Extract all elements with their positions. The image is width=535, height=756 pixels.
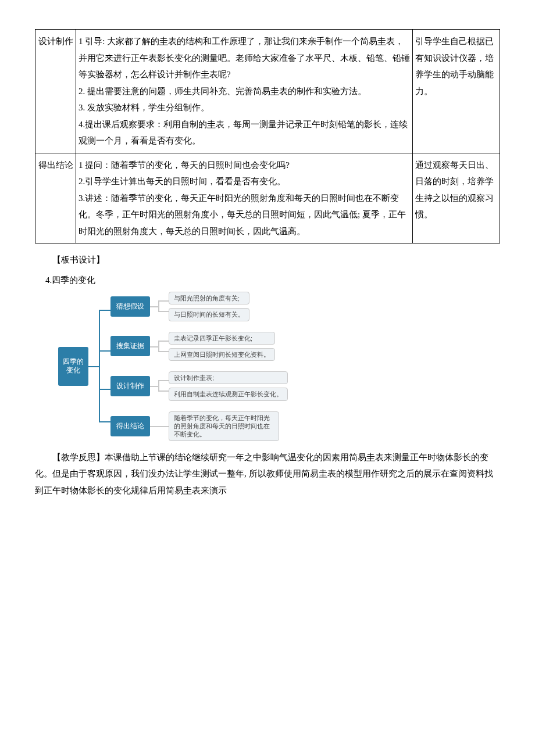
branch-label: 设计制作 xyxy=(110,376,150,396)
lesson-plan-table: 设计制作 1 引导: 大家都了解的圭表的结构和工作原理了，那让我们来亲手制作一个… xyxy=(35,29,500,243)
leaf-item: 与日照时间的长短有关。 xyxy=(169,308,249,321)
branch-hypothesis: 猜想假设 与阳光照射的角度有关; 与日照时间的长短有关。 xyxy=(110,292,288,321)
branch-label: 猜想假设 xyxy=(110,296,150,317)
diagram-root: 四季的变化 xyxy=(58,347,88,386)
leaf-item: 与阳光照射的角度有关; xyxy=(169,292,249,304)
lesson-title: 4.四季的变化 xyxy=(45,272,500,289)
diagram-connector xyxy=(88,299,110,433)
branch-label: 搜集证据 xyxy=(110,336,150,356)
row-label-conclusion: 得出结论 xyxy=(35,153,76,243)
branch-conclusion: 得出结论 随着季节的变化，每天正午时阳光的照射角度和每天的日照时间也在不断变化。 xyxy=(110,411,288,441)
row-body-design: 1 引导: 大家都了解的圭表的结构和工作原理了，那让我们来亲手制作一个简易圭表，… xyxy=(76,30,413,153)
branch-design: 设计制作 设计制作圭表; 利用自制圭表连续观测正午影长变化。 xyxy=(110,371,288,401)
leaf-item: 圭表记录四季正午影长变化; xyxy=(169,332,275,345)
row-label-design: 设计制作 xyxy=(35,30,76,153)
leaf-item: 随着季节的变化，每天正午时阳光的照射角度和每天的日照时间也在不断变化。 xyxy=(169,411,279,441)
mind-map-diagram: 四季的变化 猜想假设 与阳光照射的角度有关; 与日照时间的长短有关。 搜集证据 … xyxy=(58,292,500,441)
branch-label: 得出结论 xyxy=(110,416,150,436)
leaf-item: 上网查阅日照时间长短变化资料。 xyxy=(169,348,275,361)
table-row: 得出结论 1 提问：随着季节的变化，每天的日照时间也会变化吗?2.引导学生计算出… xyxy=(35,153,500,243)
row-body-conclusion: 1 提问：随着季节的变化，每天的日照时间也会变化吗?2.引导学生计算出每天的日照… xyxy=(76,153,413,243)
row-note-design: 引导学生自己根据已有知识设计仪器，培养学生的动手动脑能力。 xyxy=(413,30,500,153)
teaching-reflection: 【教学反思】本课借助上节课的结论继续研究一年之中影响气温变化的因素用简易圭表来测… xyxy=(35,449,500,499)
table-row: 设计制作 1 引导: 大家都了解的圭表的结构和工作原理了，那让我们来亲手制作一个… xyxy=(35,30,500,153)
leaf-item: 利用自制圭表连续观测正午影长变化。 xyxy=(169,388,288,400)
branch-evidence: 搜集证据 圭表记录四季正午影长变化; 上网查阅日照时间长短变化资料。 xyxy=(110,332,288,361)
row-note-conclusion: 通过观察每天日出、日落的时刻，培养学生持之以恒的观察习惯。 xyxy=(413,153,500,243)
board-design-heading: 【板书设计】 xyxy=(35,252,500,268)
leaf-item: 设计制作圭表; xyxy=(169,371,288,384)
diagram-branches: 猜想假设 与阳光照射的角度有关; 与日照时间的长短有关。 搜集证据 圭表记录四季… xyxy=(110,292,288,441)
